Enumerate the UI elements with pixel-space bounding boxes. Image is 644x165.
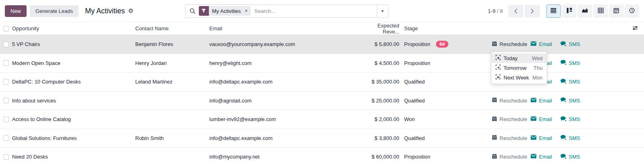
search-input[interactable]	[254, 8, 376, 14]
table-row[interactable]: Access to Online Catalog lumber-inv92@ex…	[0, 110, 644, 129]
cell-expected-revenue: $ 4,500.00	[361, 60, 401, 66]
email-label: Email	[539, 41, 552, 47]
envelope-icon	[530, 154, 537, 160]
column-header-opportunity[interactable]: Opportunity	[12, 25, 135, 31]
calendar-icon	[492, 41, 497, 48]
select-all-checkbox[interactable]	[3, 26, 9, 31]
row-checkbox[interactable]	[3, 117, 9, 122]
cell-email: info@deltapc.example.com	[209, 135, 361, 141]
cell-opportunity: Access to Online Catalog	[12, 116, 135, 122]
generate-leads-button[interactable]: Generate Leads	[30, 5, 78, 17]
cell-stage: Proposition	[404, 41, 430, 47]
view-pivot-button[interactable]	[593, 4, 608, 18]
table-row[interactable]: Need 20 Desks info@mycompany.net $ 60,00…	[0, 148, 644, 165]
sms-label: SMS	[569, 41, 580, 47]
cell-email: vauxoo@yourcompany.example.com	[209, 41, 361, 47]
reschedule-button[interactable]: Reschedule	[492, 135, 530, 141]
search-bar[interactable]: My Activities × ▾	[185, 4, 388, 18]
email-button[interactable]: Email	[530, 154, 560, 160]
table-row[interactable]: Modern Open Space Henry Jordan henry@eli…	[0, 54, 644, 73]
dropdown-item-label: Today	[504, 55, 518, 61]
dropdown-item-day: Thu	[534, 65, 543, 71]
pager-next-button[interactable]	[525, 5, 540, 17]
table-body: 5 VP Chairs Benjamin Flores vauxoo@yourc…	[0, 35, 644, 165]
view-kanban-button[interactable]	[562, 4, 576, 18]
row-checkbox[interactable]	[3, 98, 9, 103]
search-facet-my-activities[interactable]: My Activities ×	[199, 6, 251, 16]
view-calendar-button[interactable]	[609, 4, 623, 18]
view-graph-button[interactable]	[578, 4, 592, 18]
facet-label: My Activities	[209, 6, 244, 16]
reschedule-button[interactable]: Reschedule	[492, 41, 530, 48]
pager-range: 1-9	[488, 8, 495, 14]
reschedule-label: Reschedule	[500, 135, 527, 141]
sms-label: SMS	[569, 116, 580, 122]
email-button[interactable]: Email	[530, 135, 560, 141]
cell-email: lumber-inv92@example.com	[209, 116, 361, 122]
view-list-button[interactable]	[546, 4, 561, 18]
envelope-icon	[530, 98, 537, 104]
row-checkbox[interactable]	[3, 42, 9, 47]
table-header: Opportunity Contact Name Email Expected …	[0, 22, 644, 35]
row-checkbox[interactable]	[3, 154, 9, 160]
search-icon	[190, 8, 196, 14]
cell-opportunity: DeltaPC: 10 Computer Desks	[12, 79, 135, 85]
sms-button[interactable]: SMS	[560, 60, 584, 66]
view-activity-button[interactable]	[625, 4, 639, 18]
sms-label: SMS	[569, 135, 580, 141]
dropdown-item-label: Tomorrow	[504, 65, 526, 71]
reschedule-button[interactable]: Reschedule	[492, 154, 530, 160]
activity-delay-badge: 6d	[436, 41, 448, 48]
sms-button[interactable]: SMS	[560, 135, 584, 141]
reschedule-button[interactable]: Reschedule	[492, 97, 530, 104]
email-button[interactable]: Email	[530, 41, 560, 47]
gear-icon[interactable]: ⚙	[128, 7, 133, 15]
clock-icon	[629, 8, 635, 15]
cell-opportunity: Modern Open Space	[12, 60, 135, 66]
sms-button[interactable]: SMS	[560, 154, 584, 160]
dropdown-item-next-week[interactable]: Next Week Mon	[491, 73, 547, 82]
sms-button[interactable]: SMS	[560, 116, 584, 123]
cell-email: info@agrolait.com	[209, 98, 361, 104]
email-button[interactable]: Email	[530, 116, 560, 122]
graph-view-icon	[582, 8, 588, 14]
table-row[interactable]: Global Solutions: Furnitures Robin Smith…	[0, 129, 644, 148]
row-checkbox[interactable]	[3, 60, 9, 66]
dropdown-item-label: Next Week	[504, 75, 529, 81]
sms-button[interactable]: SMS	[560, 41, 584, 48]
pager-previous-button[interactable]	[508, 5, 523, 17]
column-header-email[interactable]: Email	[209, 25, 361, 31]
cell-contact-name: Leland Martinez	[135, 79, 209, 85]
calendar-icon	[492, 116, 497, 123]
dropdown-item-tomorrow[interactable]: Tomorrow Thu	[491, 63, 547, 73]
email-button[interactable]: Email	[530, 98, 560, 104]
sms-button[interactable]: SMS	[560, 97, 584, 104]
optional-columns-icon[interactable]	[632, 25, 638, 32]
chat-bubble-icon	[560, 79, 566, 85]
facet-close-icon[interactable]: ×	[244, 6, 251, 16]
sms-label: SMS	[569, 98, 580, 104]
reschedule-button[interactable]: Reschedule	[492, 116, 530, 123]
cell-stage: Proposition	[404, 154, 430, 160]
column-header-expected-revenue[interactable]: Expected Reve...	[361, 23, 401, 35]
row-checkbox[interactable]	[3, 135, 9, 141]
envelope-icon	[530, 135, 537, 141]
chat-bubble-icon	[560, 97, 566, 104]
cell-stage: Won	[404, 116, 415, 122]
cell-contact-name: Henry Jordan	[135, 60, 209, 66]
table-row[interactable]: 5 VP Chairs Benjamin Flores vauxoo@yourc…	[0, 35, 644, 54]
table-row[interactable]: Info about services info@agrolait.com $ …	[0, 92, 644, 111]
cell-email: info@deltapc.example.com	[209, 79, 361, 85]
search-dropdown-toggle[interactable]: ▾	[377, 5, 388, 17]
dropdown-item-today[interactable]: Today Wed	[491, 53, 547, 63]
column-header-contact-name[interactable]: Contact Name	[135, 25, 209, 31]
new-button[interactable]: New	[5, 5, 27, 17]
cell-stage: Qualified	[404, 79, 425, 85]
column-header-stage[interactable]: Stage	[401, 25, 487, 31]
row-checkbox[interactable]	[3, 79, 9, 85]
sms-button[interactable]: SMS	[560, 79, 584, 85]
cell-email: henry@elight.com	[209, 60, 361, 66]
chat-bubble-icon	[560, 116, 566, 123]
table-row[interactable]: DeltaPC: 10 Computer Desks Leland Martin…	[0, 73, 644, 92]
calendar-next-week-icon	[495, 74, 501, 81]
